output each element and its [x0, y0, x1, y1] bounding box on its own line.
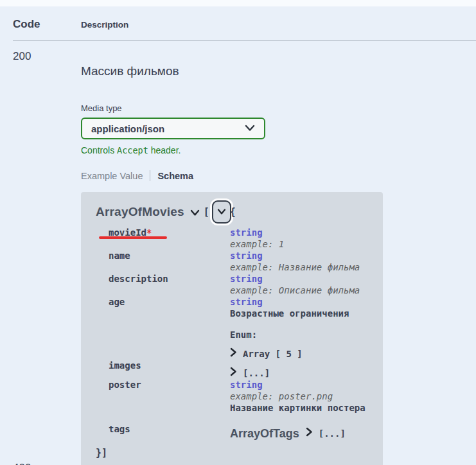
- property-name: description: [109, 273, 230, 296]
- tab-example-value[interactable]: Example Value: [81, 171, 143, 181]
- property-type: string: [230, 227, 376, 238]
- media-type-select[interactable]: application/json: [81, 118, 265, 139]
- collapsed-array-value: [...]: [243, 367, 270, 379]
- model-collapse-chevron-icon[interactable]: [190, 208, 200, 218]
- tab-schema[interactable]: Schema: [157, 171, 193, 181]
- enum-array-toggle[interactable]: Array [ 5 ]: [230, 347, 376, 360]
- model-title-row: ArrayOfMovies [ {: [96, 200, 376, 224]
- property-name: poster: [109, 379, 230, 414]
- section-top-edge: [0, 0, 476, 6]
- schema-model-box: ArrayOfMovies [ { movieId* string: [81, 192, 383, 465]
- accept-note-suffix: header.: [148, 145, 181, 155]
- property-value: string example: Описание фильма: [230, 273, 376, 296]
- property-type: string: [230, 273, 376, 285]
- col-header-code: Code: [13, 18, 81, 31]
- ref-model-name: ArrayOfTags: [230, 428, 299, 439]
- property-row-name: name string example: Название фильма: [109, 250, 376, 273]
- property-name: age: [109, 296, 230, 360]
- property-value: string example: Название фильма: [230, 250, 376, 273]
- property-type: string: [230, 379, 376, 390]
- item-toggle-button[interactable]: [212, 200, 231, 224]
- property-example: example: 1: [230, 238, 376, 250]
- example-schema-tabs: Example Value Schema: [81, 170, 463, 181]
- property-row-description: description string example: Описание фил…: [109, 273, 376, 296]
- swagger-responses-panel: Code Description 200 Массив фильмов Medi…: [0, 0, 476, 465]
- property-name: tags: [109, 423, 230, 439]
- property-example: example: Описание фильма: [230, 285, 376, 296]
- responses-table-header: Code Description: [13, 6, 476, 40]
- media-type-label: Media type: [81, 103, 463, 114]
- response-row-200: 200 Массив фильмов Media type applicatio…: [0, 40, 476, 465]
- images-array-toggle[interactable]: [...]: [230, 367, 376, 379]
- array-open-bracket: [: [204, 206, 209, 218]
- enum-label: Enum:: [230, 329, 376, 340]
- response-description-cell: Массив фильмов Media type application/js…: [81, 50, 476, 465]
- accept-note-prefix: Controls: [81, 145, 117, 155]
- model-properties: movieId* string example: 1 name string e…: [96, 227, 376, 439]
- response-code: 200: [13, 50, 81, 465]
- model-closing-brackets: }]: [96, 447, 376, 459]
- chevron-right-icon: [230, 367, 237, 379]
- model-title: ArrayOfMovies: [96, 205, 184, 219]
- property-type: string: [230, 250, 376, 261]
- property-description: Возрастные ограничения: [230, 308, 376, 319]
- property-row-poster: poster string example: poster.png Назван…: [109, 379, 376, 414]
- media-type-selected-value: application/json: [91, 123, 164, 134]
- col-header-description: Description: [81, 20, 476, 30]
- property-value: string Возрастные ограничения Enum: Arra…: [230, 296, 376, 360]
- chevron-down-icon: [245, 123, 255, 134]
- tab-divider: [150, 170, 150, 181]
- object-open-brace: {: [230, 206, 236, 218]
- property-row-tags: tags ArrayOfTags [...]: [109, 423, 376, 439]
- property-example: example: Название фильма: [230, 261, 376, 273]
- property-type: string: [230, 296, 376, 308]
- chevron-right-icon: [306, 427, 313, 439]
- property-row-age: age string Возрастные ограничения Enum: …: [109, 296, 376, 360]
- property-name: name: [109, 250, 230, 273]
- property-value: [...]: [230, 360, 376, 379]
- next-response-code-partial: 400: [13, 462, 31, 465]
- movieid-red-underline-annotation: [99, 236, 167, 239]
- property-example: example: poster.png: [230, 390, 376, 402]
- property-value: string example: 1: [230, 227, 376, 250]
- enum-collapsed-value: Array [ 5 ]: [243, 348, 303, 360]
- property-value: ArrayOfTags [...]: [230, 423, 376, 439]
- property-name: images: [109, 360, 230, 379]
- accept-header-code: Accept: [117, 145, 148, 155]
- property-value: string example: poster.png Название карт…: [230, 379, 376, 414]
- collapsed-array-value: [...]: [319, 428, 346, 439]
- property-row-images: images [...]: [109, 360, 376, 379]
- property-description: Название картинки постера: [230, 402, 376, 414]
- tags-ref-toggle[interactable]: ArrayOfTags [...]: [230, 427, 376, 439]
- controls-accept-note: Controls Accept header.: [81, 145, 463, 155]
- chevron-right-icon: [230, 347, 237, 360]
- response-description: Массив фильмов: [81, 64, 463, 78]
